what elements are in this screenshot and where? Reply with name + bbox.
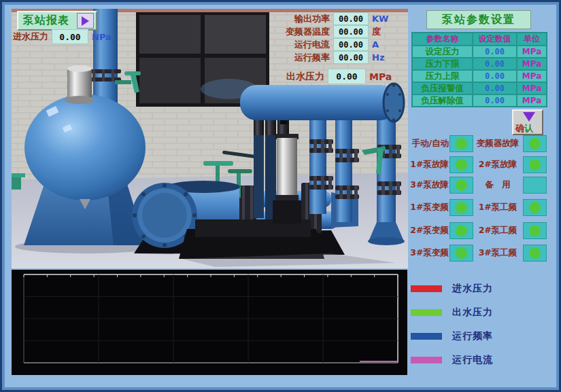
legend-label: 出水压力 [452, 306, 493, 319]
legend-label: 运行频率 [452, 330, 493, 342]
outlet-pressure-unit: MPa [369, 71, 388, 82]
status-row: 手动/自动 变频器故障 [409, 135, 547, 152]
param-unit: MPa [517, 58, 547, 70]
status-indicator[interactable] [449, 135, 473, 152]
pump-station-3d-scene: 泵站报表 进水压力 0.00 NPa 输出功率 00.00 KW 变频器温度 0… [12, 9, 408, 268]
status-label: 1#泵故障 [409, 159, 449, 171]
param-name: 负压解除值 [412, 94, 473, 107]
status-indicator[interactable] [523, 222, 547, 239]
legend-item: 运行电流 [411, 353, 557, 367]
confirm-button[interactable]: 确认 [512, 109, 543, 135]
param-value[interactable]: 0.00 [473, 46, 517, 58]
output-power-value[interactable]: 00.00 [333, 12, 369, 25]
status-indicator[interactable] [449, 199, 473, 216]
param-value[interactable]: 0.00 [473, 94, 517, 107]
col-header-name: 参数名称 [412, 33, 473, 46]
trend-plot [12, 270, 407, 375]
status-row: 1#泵变频 1#泵工频 [409, 199, 547, 215]
settings-panel-title: 泵站参数设置 [426, 10, 531, 29]
inverter-temp-readout: 变频器温度 00.00 度 [243, 25, 388, 38]
param-name: 设定压力 [412, 46, 473, 58]
run-frequency-label: 运行频率 [294, 52, 330, 64]
hmi-frame: 泵站报表 进水压力 0.00 NPa 输出功率 00.00 KW 变频器温度 0… [2, 2, 559, 390]
status-label: 2#泵故障 [473, 159, 522, 171]
run-current-unit: A [372, 39, 388, 50]
legend-label: 进水压力 [452, 283, 493, 295]
param-unit: MPa [517, 94, 547, 107]
outlet-pressure-readout: 出水压力 0.00 MPa [243, 69, 388, 84]
status-indicator[interactable] [523, 199, 547, 216]
status-label: 3#泵工频 [473, 247, 522, 259]
status-label: 2#泵变频 [409, 225, 449, 236]
status-label: 备 用 [473, 179, 522, 191]
status-indicator[interactable] [449, 156, 473, 173]
status-indicator[interactable] [523, 177, 547, 194]
status-row: 1#泵故障 2#泵故障 [409, 156, 547, 173]
legend-label: 运行电流 [452, 354, 493, 366]
status-label: 3#泵变频 [409, 247, 449, 259]
report-button-label: 泵站报表 [23, 14, 69, 28]
table-row: 压力下限 0.00 MPa [412, 58, 547, 70]
status-row: 3#泵故障 备 用 [409, 177, 547, 193]
legend-swatch-run-frequency [411, 333, 442, 340]
status-label: 1#泵工频 [473, 202, 522, 213]
status-indicator[interactable] [523, 135, 547, 152]
status-indicator[interactable] [523, 156, 547, 173]
run-current-value[interactable]: 00.00 [333, 38, 369, 51]
param-name: 压力下限 [412, 58, 473, 70]
legend-swatch-run-current [411, 357, 442, 363]
inlet-pressure-unit: NPa [92, 32, 112, 42]
confirm-down-triangle-icon [523, 112, 535, 122]
status-label: 1#泵变频 [409, 202, 449, 213]
run-frequency-value[interactable]: 00.00 [333, 51, 369, 64]
status-indicator[interactable] [449, 245, 473, 262]
confirm-button-label: 确认 [515, 122, 533, 135]
table-row: 设定压力 0.00 MPa [412, 46, 547, 58]
param-value[interactable]: 0.00 [473, 70, 517, 82]
legend-item: 进水压力 [411, 282, 557, 296]
parameter-table: 参数名称 设定数值 单位 设定压力 0.00 MPa 压力下限 0.00 MPa… [411, 32, 547, 107]
status-indicator[interactable] [449, 222, 473, 239]
play-icon[interactable] [77, 13, 94, 29]
param-value[interactable]: 0.00 [473, 82, 517, 94]
status-label: 3#泵故障 [409, 179, 449, 191]
status-label: 变频器故障 [473, 138, 522, 149]
param-value[interactable]: 0.00 [473, 58, 517, 70]
param-unit: MPa [517, 70, 547, 82]
inverter-temp-value[interactable]: 00.00 [333, 25, 369, 38]
param-name: 压力上限 [412, 70, 473, 82]
inlet-pressure-label: 进水压力 [13, 31, 48, 43]
run-current-readout: 运行电流 00.00 A [243, 38, 388, 51]
table-row: 压力上限 0.00 MPa [412, 70, 547, 82]
output-power-label: 输出功率 [294, 13, 330, 25]
report-button[interactable]: 泵站报表 [17, 11, 97, 31]
status-label: 手动/自动 [409, 138, 449, 149]
inlet-pressure-value[interactable]: 0.00 [52, 29, 88, 44]
param-name: 负压报警值 [412, 82, 473, 94]
parameter-table-header: 参数名称 设定数值 单位 [412, 33, 547, 46]
param-unit: MPa [517, 82, 547, 94]
legend-item: 出水压力 [411, 306, 557, 319]
legend-swatch-outlet-pressure [411, 309, 442, 316]
status-row: 3#泵变频 3#泵工频 [409, 245, 547, 261]
table-row: 负压解除值 0.00 MPa [412, 94, 547, 107]
outlet-pressure-label: 出水压力 [286, 71, 324, 83]
legend-item: 运行频率 [411, 329, 557, 343]
hmi-screen: 泵站报表 进水压力 0.00 NPa 输出功率 00.00 KW 变频器温度 0… [0, 0, 561, 392]
run-frequency-unit: Hz [372, 52, 388, 63]
output-power-readout: 输出功率 00.00 KW [243, 12, 388, 25]
inlet-pressure-readout: 进水压力 0.00 NPa [13, 29, 135, 44]
param-unit: MPa [517, 46, 547, 58]
output-power-unit: KW [372, 14, 388, 24]
col-header-unit: 单位 [517, 33, 547, 46]
col-header-value: 设定数值 [473, 33, 517, 46]
outlet-pressure-value[interactable]: 0.00 [328, 69, 366, 84]
run-current-label: 运行电流 [294, 39, 330, 51]
status-indicator[interactable] [523, 245, 547, 262]
trend-chart[interactable] [12, 270, 407, 375]
status-label: 2#泵工频 [473, 225, 522, 236]
run-frequency-readout: 运行频率 00.00 Hz [243, 51, 388, 64]
legend-swatch-inlet-pressure [411, 285, 442, 292]
inverter-temp-unit: 度 [372, 26, 388, 38]
status-indicator[interactable] [449, 177, 473, 194]
